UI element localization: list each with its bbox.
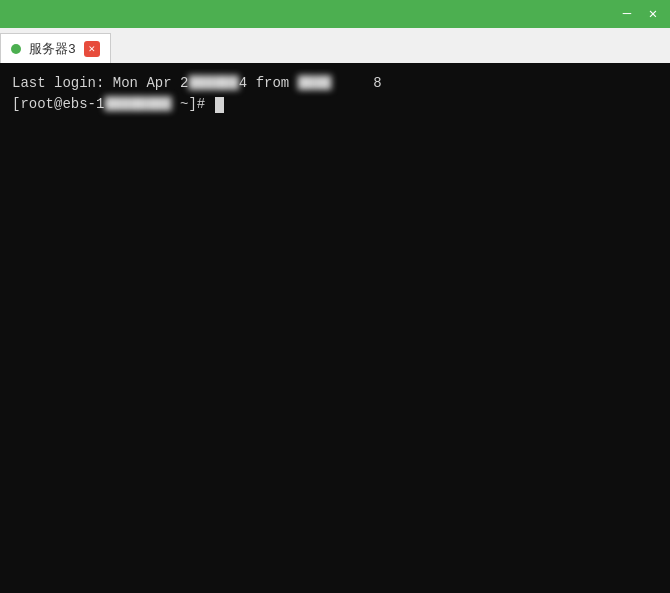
terminal-area[interactable]: Last login: Mon Apr 2██████4 from ████ 8… xyxy=(0,63,670,593)
prompt-prefix: [root@ebs-1 xyxy=(12,94,104,115)
login-text-middle: 4 from xyxy=(239,73,298,94)
login-text-suffix: 8 xyxy=(331,73,381,94)
server-tab[interactable]: 服务器3 ✕ xyxy=(0,33,111,63)
terminal-line-1: Last login: Mon Apr 2██████4 from ████ 8 xyxy=(12,73,658,94)
login-text-prefix: Last login: Mon Apr 2 xyxy=(12,73,188,94)
login-text-blurred1: ██████ xyxy=(188,73,238,94)
terminal-line-2: [root@ebs-1████████ ~]# xyxy=(12,94,658,115)
tabs-bar: 服务器3 ✕ xyxy=(0,28,670,63)
tab-status-dot xyxy=(11,44,21,54)
close-button[interactable]: ✕ xyxy=(644,5,662,23)
login-text-blurred2: ████ xyxy=(298,73,332,94)
prompt-suffix: ~]# xyxy=(172,94,214,115)
minimize-button[interactable]: ─ xyxy=(618,5,636,23)
title-bar: ─ ✕ xyxy=(0,0,670,28)
tab-label: 服务器3 xyxy=(29,40,76,58)
terminal-cursor xyxy=(215,97,224,113)
tab-close-button[interactable]: ✕ xyxy=(84,41,100,57)
prompt-blurred: ████████ xyxy=(104,94,171,115)
